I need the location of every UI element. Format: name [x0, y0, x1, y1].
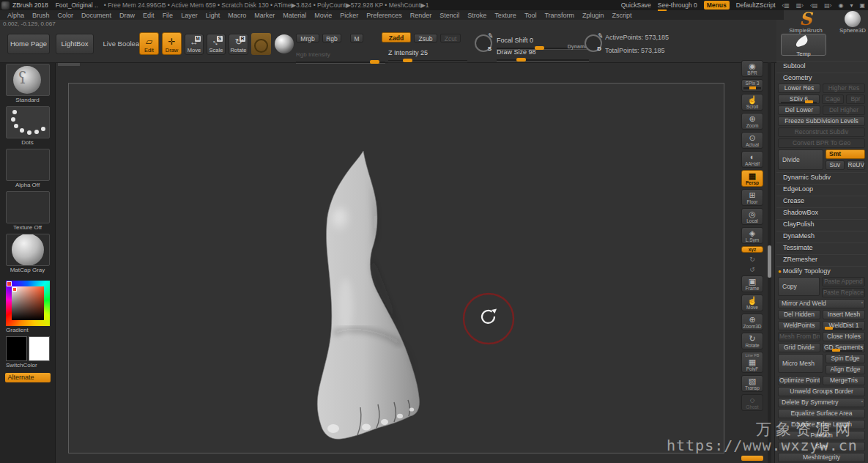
spin-edge-button[interactable]: Spin Edge [826, 354, 865, 363]
spix-slider[interactable] [743, 87, 761, 89]
see-through-nub[interactable] [658, 10, 667, 11]
suv-button[interactable]: Suv [826, 160, 845, 170]
reconstruct-subdiv-button[interactable]: Reconstruct Subdiv [778, 127, 865, 137]
quicksave-button[interactable]: QuickSave [621, 1, 651, 9]
z-intensity-slider[interactable]: Z Intensity 25 [388, 45, 467, 62]
section-claypolish[interactable]: ClayPolish [776, 219, 867, 229]
insert-mesh-button[interactable]: Insert Mesh [823, 310, 865, 319]
menu-marker[interactable]: Marker [254, 12, 275, 19]
draw-button[interactable]: ✛ Draw [162, 32, 182, 55]
menu-edit[interactable]: Edit [143, 12, 155, 19]
gd-segments-slider[interactable]: GD Segments 3 [823, 343, 865, 352]
rgb-button[interactable]: Rgb [322, 34, 341, 42]
orbit-a-button[interactable]: ↻ [741, 255, 763, 264]
section-edgeloop[interactable]: EdgeLoop [776, 184, 867, 193]
cage-button[interactable]: Cage [822, 95, 844, 104]
mergetris-button[interactable]: MergeTris [823, 376, 865, 385]
lightbox-button[interactable]: LightBox [56, 34, 94, 54]
home-page-button[interactable]: Home Page [7, 34, 50, 54]
scale-button[interactable]: S ↔ Scale [207, 34, 226, 55]
polyf-button[interactable]: Line FB▦PolyF [741, 352, 763, 373]
primary-color-swatch[interactable] [6, 336, 27, 361]
copy-button[interactable]: Copy [778, 277, 820, 296]
material-selector[interactable]: MatCap Gray [6, 234, 50, 275]
switch-color-button[interactable]: SwitchColor [6, 361, 55, 370]
menu-alpha[interactable]: Alpha [7, 12, 24, 19]
see-through-slider[interactable]: See-through 0 [658, 1, 697, 9]
zoom3d-button[interactable]: ⊕Zoom3D [741, 314, 763, 330]
tool-temp-current[interactable]: Temp [781, 34, 826, 56]
menu-brush[interactable]: Brush [32, 12, 50, 19]
edit-button[interactable]: ▱ Edit [139, 32, 159, 55]
convert-bpr-button[interactable]: Convert BPR To Geo [778, 138, 865, 148]
optimize-points-button[interactable]: Optimize Points [778, 376, 820, 385]
z-intensity-nub[interactable] [403, 59, 412, 62]
corner-resize-icon[interactable]: ▣ [859, 2, 865, 9]
menu-movie[interactable]: Movie [314, 12, 332, 19]
reuv-button[interactable]: ReUV [847, 160, 866, 170]
freeze-subdivision-button[interactable]: Freeze SubDivision Levels [778, 116, 865, 126]
axis-option-icon[interactable]: ▪ [861, 300, 863, 305]
right-tray-scrollbar[interactable] [768, 62, 771, 463]
mesh-from-brush-button[interactable]: Mesh From Brush [778, 332, 820, 341]
divider-right-icon[interactable]: ▥› [796, 2, 804, 9]
paste-replace-button[interactable]: Paste Replace [822, 288, 865, 297]
lower-res-button[interactable]: Lower Res [778, 84, 820, 93]
draw-size-nub[interactable] [516, 58, 526, 62]
paste-append-button[interactable]: Paste Append [822, 277, 865, 286]
move-button[interactable]: ☝Move [741, 295, 763, 311]
minimize-icon[interactable]: ▾ [850, 2, 853, 9]
spix-slider-nub[interactable] [749, 86, 756, 89]
local-button[interactable]: ◎Local [741, 208, 763, 225]
alpha-selector[interactable]: Alpha Off [6, 149, 50, 190]
menu-stencil[interactable]: Stencil [439, 12, 459, 19]
viewport-canvas[interactable] [55, 62, 740, 463]
hue-selector-icon[interactable] [7, 281, 12, 286]
menu-zplugin[interactable]: Zplugin [582, 12, 604, 19]
scroll-button[interactable]: ☝Scroll [741, 94, 763, 111]
zoom-button[interactable]: ⊕Zoom [741, 113, 763, 130]
xyz-button[interactable]: xyz [741, 246, 763, 253]
menu-preferences[interactable]: Preferences [366, 12, 402, 19]
section-crease[interactable]: Crease [776, 196, 867, 205]
menu-file[interactable]: File [163, 12, 174, 19]
zadd-button[interactable]: Zadd [382, 32, 411, 42]
rgb-intensity-slider[interactable]: Rgb Intensity [296, 46, 385, 64]
copy-panel-right-icon[interactable]: ▤› [824, 2, 831, 9]
scrollbar-thumb[interactable] [768, 245, 771, 278]
sdiv-nub[interactable] [805, 100, 813, 103]
texture-selector[interactable]: Texture Off [6, 191, 50, 232]
section-dynamesh[interactable]: DynaMesh [776, 231, 867, 240]
mrgb-button[interactable]: Mrgb [296, 34, 319, 42]
grid-divide-button[interactable]: Grid Divide [778, 343, 820, 352]
menu-picker[interactable]: Picker [340, 12, 358, 19]
menu-draw[interactable]: Draw [119, 12, 135, 19]
solo-button-partial[interactable] [741, 456, 763, 461]
section-modify-topology[interactable]: ●Modify Topology [776, 266, 867, 275]
del-hidden-button[interactable]: Del Hidden [778, 310, 820, 319]
axis-option-icon-2[interactable]: ▪ [861, 399, 863, 404]
brush-standard[interactable]: ʕ Standard [6, 64, 50, 105]
divide-button[interactable]: Divide [778, 149, 823, 170]
m-button[interactable]: M [350, 34, 363, 42]
actual-button[interactable]: ⊙Actual [741, 132, 763, 149]
delete-by-symmetry-button[interactable]: Delete By Symmetry▪ [778, 398, 865, 407]
menu-transform[interactable]: Transform [544, 12, 574, 19]
frame-button[interactable]: ▣Frame [741, 275, 763, 292]
menu-light[interactable]: Light [206, 12, 220, 19]
default-zscript-button[interactable]: DefaultZScript [736, 1, 776, 9]
persp-button[interactable]: ▦Persp [741, 170, 763, 187]
section-zremesher[interactable]: ZRemesher [776, 254, 867, 264]
align-edge-button[interactable]: Align Edge [826, 365, 865, 374]
mirror-and-weld-button[interactable]: Mirror And Weld▪ [778, 299, 865, 308]
gd-segments-nub[interactable] [832, 349, 840, 352]
secondary-color-swatch[interactable] [29, 336, 50, 361]
menu-material[interactable]: Material [283, 12, 306, 19]
rotate-button[interactable]: R ↻ Rotate [229, 34, 248, 55]
section-subtool[interactable]: Subtool [776, 61, 867, 70]
bpr-button[interactable]: ◉BPR [741, 60, 763, 77]
spix-3-button[interactable]: SPix 3 [741, 79, 763, 92]
menu-macro[interactable]: Macro [228, 12, 246, 19]
copy-panel-left-icon[interactable]: ‹▤ [810, 2, 817, 9]
section-tessimate[interactable]: Tessimate [776, 242, 867, 252]
